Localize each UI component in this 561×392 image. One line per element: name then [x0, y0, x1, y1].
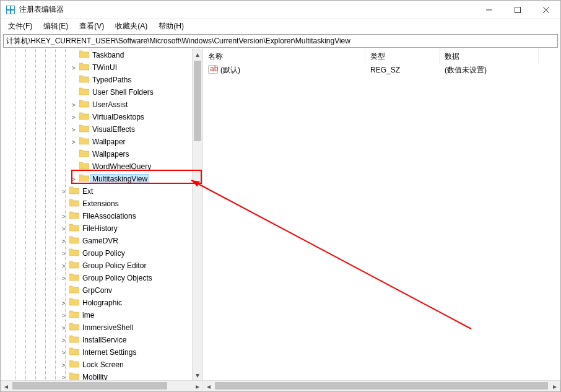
- tree-item[interactable]: Extensions: [1, 198, 192, 210]
- scroll-down-button[interactable]: ▾: [193, 370, 202, 380]
- folder-icon: [67, 186, 81, 196]
- tree-pane: Taskband>TWinUITypedPathsUser Shell Fold…: [1, 49, 203, 380]
- expander-icon[interactable]: >: [60, 225, 67, 232]
- value-row[interactable]: ab(默认)REG_SZ(数值未设置): [203, 64, 560, 76]
- expander-icon[interactable]: >: [70, 114, 77, 121]
- svg-text:ab: ab: [210, 65, 218, 73]
- expander-icon[interactable]: >: [60, 362, 67, 368]
- expander-icon[interactable]: >: [60, 238, 67, 245]
- tree-item[interactable]: >Ext: [1, 185, 192, 198]
- minimize-button[interactable]: [475, 1, 503, 19]
- tree-item[interactable]: >Group Policy Editor: [1, 259, 192, 272]
- expander-icon[interactable]: >: [60, 337, 67, 344]
- values-pane: 名称 类型 数据 ab(默认)REG_SZ(数值未设置): [203, 49, 560, 380]
- menu-favorites[interactable]: 收藏夹(A): [110, 20, 152, 33]
- folder-icon: [67, 360, 81, 370]
- svg-rect-2: [11, 6, 14, 9]
- expander-icon[interactable]: >: [70, 139, 77, 146]
- tree-vscrollbar[interactable]: ▴ ▾: [192, 49, 202, 380]
- folder-icon: [67, 347, 81, 357]
- tree-item[interactable]: >ImmersiveShell: [1, 321, 192, 334]
- tree-item[interactable]: >Holographic: [1, 297, 192, 309]
- tree-hscroll-thumb[interactable]: [12, 382, 167, 390]
- tree-item[interactable]: >TWinUI: [1, 61, 192, 74]
- tree-item[interactable]: >Internet Settings: [1, 346, 192, 359]
- folder-icon: [77, 174, 91, 184]
- scroll-thumb[interactable]: [194, 61, 201, 141]
- menubar: 文件(F) 编辑(E) 查看(V) 收藏夹(A) 帮助(H): [1, 19, 560, 33]
- expander-icon[interactable]: >: [70, 126, 77, 133]
- tree-item[interactable]: >Lock Screen: [1, 359, 192, 371]
- tree-item[interactable]: GrpConv: [1, 284, 192, 297]
- tree-item[interactable]: Wallpapers: [1, 148, 192, 160]
- tree-item[interactable]: >GameDVR: [1, 235, 192, 247]
- tree-item-label: GrpConv: [81, 286, 113, 295]
- tree-item[interactable]: >MultitaskingView: [1, 173, 192, 185]
- tree-item-label: InstallService: [81, 336, 128, 344]
- tree-item[interactable]: >InstallService: [1, 334, 192, 346]
- tree-item[interactable]: >Mobility: [1, 371, 192, 380]
- list-hscroll-thumb[interactable]: [215, 382, 548, 390]
- expander-icon[interactable]: >: [60, 213, 67, 220]
- scroll-up-button[interactable]: ▴: [193, 49, 202, 59]
- expander-icon[interactable]: >: [60, 275, 67, 282]
- expander-icon[interactable]: >: [60, 374, 67, 381]
- expander-icon[interactable]: >: [60, 349, 67, 356]
- value-type: REG_SZ: [370, 66, 400, 74]
- tree-item[interactable]: Taskband: [1, 49, 192, 61]
- tree-item[interactable]: >VirtualDesktops: [1, 111, 192, 123]
- close-button[interactable]: [532, 1, 560, 19]
- tree-item[interactable]: >FileHistory: [1, 222, 192, 235]
- tree-item[interactable]: >VisualEffects: [1, 123, 192, 136]
- expander-icon[interactable]: >: [60, 312, 67, 319]
- maximize-button[interactable]: [503, 1, 532, 19]
- tree-item[interactable]: >Group Policy: [1, 247, 192, 259]
- tree-item-label: Ext: [81, 187, 94, 196]
- expander-icon[interactable]: >: [60, 300, 67, 307]
- tree-item-label: Wallpaper: [91, 137, 127, 146]
- tree-item-label: FileAssociations: [81, 212, 137, 220]
- folder-icon: [67, 261, 81, 271]
- tree-item[interactable]: WordWheelQuery: [1, 160, 192, 173]
- tree-item-label: Wallpapers: [91, 150, 131, 159]
- value-name: (默认): [220, 65, 240, 76]
- expander-icon[interactable]: >: [70, 64, 77, 71]
- expander-icon[interactable]: >: [60, 188, 67, 195]
- tree-item[interactable]: >ime: [1, 309, 192, 321]
- expander-icon[interactable]: >: [60, 250, 67, 257]
- tree-item[interactable]: >Group Policy Objects: [1, 272, 192, 284]
- menu-help[interactable]: 帮助(H): [154, 20, 189, 33]
- tree-item-label: TWinUI: [91, 63, 118, 72]
- expander-icon[interactable]: >: [60, 324, 67, 331]
- svg-rect-1: [7, 6, 10, 9]
- menu-file[interactable]: 文件(F): [3, 20, 37, 33]
- list-hscroll-left[interactable]: ◂: [203, 381, 214, 391]
- menu-edit[interactable]: 编辑(E): [38, 20, 73, 33]
- tree-item[interactable]: User Shell Folders: [1, 86, 192, 98]
- tree-item[interactable]: >FileAssociations: [1, 210, 192, 222]
- folder-icon: [67, 335, 81, 345]
- expander-icon[interactable]: >: [60, 263, 67, 269]
- expander-icon[interactable]: >: [70, 176, 77, 183]
- tree-item-label: GameDVR: [81, 237, 120, 245]
- tree-item-label: Internet Settings: [81, 348, 137, 357]
- svg-rect-3: [7, 11, 10, 14]
- col-data[interactable]: 数据: [440, 49, 539, 64]
- menu-view[interactable]: 查看(V): [74, 20, 109, 33]
- address-bar[interactable]: 计算机\HKEY_CURRENT_USER\Software\Microsoft…: [3, 34, 558, 48]
- expander-icon[interactable]: >: [70, 102, 77, 108]
- tree-item-label: Holographic: [81, 298, 123, 307]
- folder-icon: [67, 285, 81, 295]
- tree-item[interactable]: >Wallpaper: [1, 136, 192, 148]
- tree-hscroll-left[interactable]: ◂: [1, 381, 11, 391]
- folder-icon: [77, 63, 91, 72]
- tree-item[interactable]: TypedPaths: [1, 74, 192, 86]
- tree-item-label: Group Policy Editor: [81, 261, 147, 270]
- list-hscroll-right[interactable]: ▸: [549, 381, 560, 391]
- tree-item[interactable]: >UserAssist: [1, 98, 192, 111]
- col-type[interactable]: 类型: [365, 49, 440, 64]
- folder-icon: [67, 298, 81, 308]
- col-name[interactable]: 名称: [203, 49, 365, 64]
- folder-icon: [67, 372, 81, 380]
- tree-hscroll-right[interactable]: ▸: [192, 381, 202, 391]
